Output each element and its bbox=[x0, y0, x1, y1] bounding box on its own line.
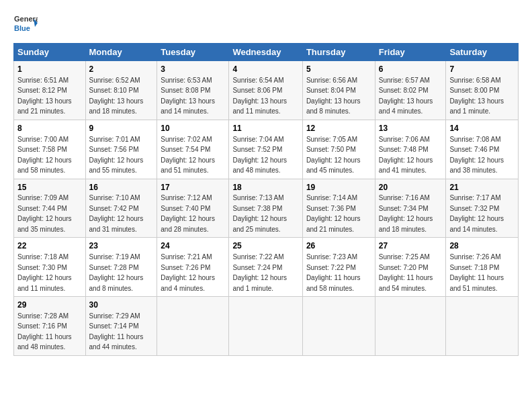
day-info: Sunrise: 7:28 AMSunset: 7:16 PMDaylight:… bbox=[17, 312, 72, 351]
calendar-week-row: 29Sunrise: 7:28 AMSunset: 7:16 PMDayligh… bbox=[14, 297, 519, 356]
day-info: Sunrise: 7:21 AMSunset: 7:26 PMDaylight:… bbox=[161, 253, 215, 292]
calendar-cell: 25Sunrise: 7:22 AMSunset: 7:24 PMDayligh… bbox=[229, 238, 302, 297]
calendar-cell: 29Sunrise: 7:28 AMSunset: 7:16 PMDayligh… bbox=[14, 297, 86, 356]
day-info: Sunrise: 7:00 AMSunset: 7:58 PMDaylight:… bbox=[17, 136, 72, 175]
logo: General Blue bbox=[13, 12, 38, 36]
calendar-cell: 13Sunrise: 7:06 AMSunset: 7:48 PMDayligh… bbox=[375, 120, 446, 179]
calendar-cell: 17Sunrise: 7:12 AMSunset: 7:40 PMDayligh… bbox=[157, 179, 229, 238]
svg-text:Blue: Blue bbox=[14, 24, 30, 32]
day-number: 26 bbox=[306, 240, 371, 252]
day-info: Sunrise: 6:58 AMSunset: 8:00 PMDaylight:… bbox=[449, 77, 504, 116]
day-number: 11 bbox=[232, 123, 298, 134]
day-info: Sunrise: 7:01 AMSunset: 7:56 PMDaylight:… bbox=[89, 136, 144, 175]
day-number: 28 bbox=[449, 240, 515, 252]
calendar-cell: 11Sunrise: 7:04 AMSunset: 7:52 PMDayligh… bbox=[229, 120, 302, 179]
day-info: Sunrise: 6:57 AMSunset: 8:02 PMDaylight:… bbox=[379, 77, 433, 116]
calendar-week-row: 15Sunrise: 7:09 AMSunset: 7:44 PMDayligh… bbox=[14, 179, 519, 238]
day-info: Sunrise: 7:08 AMSunset: 7:46 PMDaylight:… bbox=[449, 136, 504, 175]
calendar-cell: 2Sunrise: 6:52 AMSunset: 8:10 PMDaylight… bbox=[85, 61, 157, 120]
day-number: 14 bbox=[449, 123, 515, 134]
calendar-cell bbox=[157, 297, 229, 356]
calendar-cell: 10Sunrise: 7:02 AMSunset: 7:54 PMDayligh… bbox=[157, 120, 229, 179]
day-number: 6 bbox=[379, 64, 443, 75]
calendar-cell: 26Sunrise: 7:23 AMSunset: 7:22 PMDayligh… bbox=[302, 238, 375, 297]
day-info: Sunrise: 6:56 AMSunset: 8:04 PMDaylight:… bbox=[306, 77, 361, 116]
header: General Blue bbox=[13, 12, 519, 36]
calendar-cell: 12Sunrise: 7:05 AMSunset: 7:50 PMDayligh… bbox=[302, 120, 375, 179]
calendar-cell: 23Sunrise: 7:19 AMSunset: 7:28 PMDayligh… bbox=[85, 238, 157, 297]
day-info: Sunrise: 6:51 AMSunset: 8:12 PMDaylight:… bbox=[17, 77, 72, 116]
day-info: Sunrise: 7:13 AMSunset: 7:38 PMDaylight:… bbox=[232, 194, 287, 233]
calendar-cell: 21Sunrise: 7:17 AMSunset: 7:32 PMDayligh… bbox=[446, 179, 519, 238]
header-cell-tuesday: Tuesday bbox=[157, 44, 229, 61]
day-info: Sunrise: 7:09 AMSunset: 7:44 PMDaylight:… bbox=[17, 194, 72, 233]
calendar-cell bbox=[302, 297, 375, 356]
calendar-cell: 15Sunrise: 7:09 AMSunset: 7:44 PMDayligh… bbox=[14, 179, 86, 238]
day-number: 19 bbox=[306, 182, 371, 193]
calendar-cell bbox=[375, 297, 446, 356]
day-number: 29 bbox=[17, 300, 82, 311]
day-number: 13 bbox=[379, 123, 443, 134]
calendar-cell: 28Sunrise: 7:26 AMSunset: 7:18 PMDayligh… bbox=[446, 238, 519, 297]
day-number: 21 bbox=[449, 182, 515, 193]
day-info: Sunrise: 6:54 AMSunset: 8:06 PMDaylight:… bbox=[232, 77, 287, 116]
day-number: 9 bbox=[89, 123, 154, 134]
calendar-table: SundayMondayTuesdayWednesdayThursdayFrid… bbox=[13, 43, 519, 356]
header-cell-saturday: Saturday bbox=[446, 44, 519, 61]
day-info: Sunrise: 7:14 AMSunset: 7:36 PMDaylight:… bbox=[306, 194, 361, 233]
calendar-cell: 4Sunrise: 6:54 AMSunset: 8:06 PMDaylight… bbox=[229, 61, 302, 120]
day-number: 30 bbox=[89, 300, 154, 311]
day-number: 5 bbox=[306, 64, 371, 75]
page-container: General Blue SundayMondayTuesdayWednesda… bbox=[0, 0, 532, 363]
calendar-week-row: 8Sunrise: 7:00 AMSunset: 7:58 PMDaylight… bbox=[14, 120, 519, 179]
day-info: Sunrise: 7:05 AMSunset: 7:50 PMDaylight:… bbox=[306, 136, 361, 175]
day-info: Sunrise: 6:52 AMSunset: 8:10 PMDaylight:… bbox=[89, 77, 144, 116]
day-number: 3 bbox=[161, 64, 225, 75]
calendar-header: SundayMondayTuesdayWednesdayThursdayFrid… bbox=[14, 44, 519, 61]
calendar-cell: 24Sunrise: 7:21 AMSunset: 7:26 PMDayligh… bbox=[157, 238, 229, 297]
day-info: Sunrise: 7:19 AMSunset: 7:28 PMDaylight:… bbox=[89, 253, 144, 292]
day-number: 17 bbox=[161, 182, 225, 193]
header-cell-friday: Friday bbox=[375, 44, 446, 61]
calendar-cell: 20Sunrise: 7:16 AMSunset: 7:34 PMDayligh… bbox=[375, 179, 446, 238]
day-info: Sunrise: 7:22 AMSunset: 7:24 PMDaylight:… bbox=[232, 253, 287, 292]
calendar-cell: 14Sunrise: 7:08 AMSunset: 7:46 PMDayligh… bbox=[446, 120, 519, 179]
day-info: Sunrise: 6:53 AMSunset: 8:08 PMDaylight:… bbox=[161, 77, 215, 116]
day-number: 10 bbox=[161, 123, 225, 134]
day-info: Sunrise: 7:26 AMSunset: 7:18 PMDaylight:… bbox=[449, 253, 504, 292]
day-number: 18 bbox=[232, 182, 298, 193]
day-info: Sunrise: 7:25 AMSunset: 7:20 PMDaylight:… bbox=[379, 253, 433, 292]
calendar-cell: 9Sunrise: 7:01 AMSunset: 7:56 PMDaylight… bbox=[85, 120, 157, 179]
day-number: 16 bbox=[89, 182, 154, 193]
calendar-cell: 3Sunrise: 6:53 AMSunset: 8:08 PMDaylight… bbox=[157, 61, 229, 120]
day-number: 12 bbox=[306, 123, 371, 134]
day-number: 1 bbox=[17, 64, 82, 75]
calendar-cell: 5Sunrise: 6:56 AMSunset: 8:04 PMDaylight… bbox=[302, 61, 375, 120]
calendar-body: 1Sunrise: 6:51 AMSunset: 8:12 PMDaylight… bbox=[14, 61, 519, 356]
header-cell-monday: Monday bbox=[85, 44, 157, 61]
day-info: Sunrise: 7:12 AMSunset: 7:40 PMDaylight:… bbox=[161, 194, 215, 233]
day-info: Sunrise: 7:02 AMSunset: 7:54 PMDaylight:… bbox=[161, 136, 215, 175]
header-row: SundayMondayTuesdayWednesdayThursdayFrid… bbox=[14, 44, 519, 61]
day-number: 24 bbox=[161, 240, 225, 252]
day-info: Sunrise: 7:29 AMSunset: 7:14 PMDaylight:… bbox=[89, 312, 144, 351]
day-info: Sunrise: 7:10 AMSunset: 7:42 PMDaylight:… bbox=[89, 194, 144, 233]
day-info: Sunrise: 7:17 AMSunset: 7:32 PMDaylight:… bbox=[449, 194, 504, 233]
day-number: 23 bbox=[89, 240, 154, 252]
logo-svg: General Blue bbox=[13, 12, 38, 36]
day-number: 27 bbox=[379, 240, 443, 252]
header-cell-sunday: Sunday bbox=[14, 44, 86, 61]
calendar-cell: 18Sunrise: 7:13 AMSunset: 7:38 PMDayligh… bbox=[229, 179, 302, 238]
calendar-cell bbox=[229, 297, 302, 356]
calendar-cell bbox=[446, 297, 519, 356]
calendar-week-row: 1Sunrise: 6:51 AMSunset: 8:12 PMDaylight… bbox=[14, 61, 519, 120]
calendar-cell: 19Sunrise: 7:14 AMSunset: 7:36 PMDayligh… bbox=[302, 179, 375, 238]
day-number: 25 bbox=[232, 240, 298, 252]
calendar-cell: 1Sunrise: 6:51 AMSunset: 8:12 PMDaylight… bbox=[14, 61, 86, 120]
day-info: Sunrise: 7:23 AMSunset: 7:22 PMDaylight:… bbox=[306, 253, 361, 292]
calendar-cell: 8Sunrise: 7:00 AMSunset: 7:58 PMDaylight… bbox=[14, 120, 86, 179]
day-info: Sunrise: 7:18 AMSunset: 7:30 PMDaylight:… bbox=[17, 253, 72, 292]
day-info: Sunrise: 7:04 AMSunset: 7:52 PMDaylight:… bbox=[232, 136, 287, 175]
day-info: Sunrise: 7:06 AMSunset: 7:48 PMDaylight:… bbox=[379, 136, 433, 175]
calendar-cell: 22Sunrise: 7:18 AMSunset: 7:30 PMDayligh… bbox=[14, 238, 86, 297]
